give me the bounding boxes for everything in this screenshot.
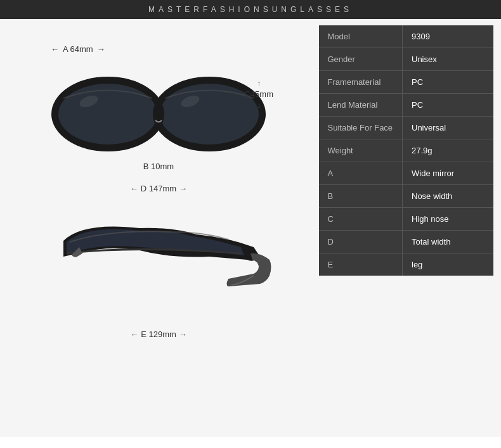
spec-value: 9309 (403, 25, 493, 48)
spec-label: D (319, 231, 403, 253)
spec-value: High nose (403, 208, 493, 231)
spec-label: Framematerial (319, 71, 403, 94)
spec-value: Total width (403, 231, 493, 253)
spec-row: Framematerial PC (319, 71, 493, 94)
spec-label: Suitable For Face (319, 117, 403, 139)
spec-value: Unisex (403, 48, 493, 71)
dimension-e-label: ← E 129mm → (130, 330, 187, 339)
spec-label: C (319, 208, 403, 231)
dimension-b-label: B 10mm (143, 162, 174, 171)
spec-row: E leg (319, 253, 493, 276)
spec-value: 27.9g (403, 139, 493, 162)
spec-label: B (319, 185, 403, 208)
spec-value: PC (403, 71, 493, 94)
spec-value: Universal (403, 117, 493, 139)
spec-label: A (319, 162, 403, 185)
left-panel: ← A 64mm → (0, 19, 311, 437)
dimension-d-label: ← D 147mm → (130, 184, 187, 193)
right-panel: Model 9309 Gender Unisex Framematerial P… (311, 19, 501, 437)
spec-value: Nose width (403, 185, 493, 208)
glasses-side-view (44, 203, 273, 304)
spec-value: Wide mirror (403, 162, 493, 185)
spec-label: Weight (319, 139, 403, 162)
glasses-front-view (44, 63, 273, 165)
dimension-c-label: ↑ C45mm ↓ (242, 79, 276, 109)
dim-c-text: C45mm (244, 89, 273, 99)
spec-row: Weight 27.9g (319, 139, 493, 162)
spec-value: PC (403, 94, 493, 117)
spec-label: E (319, 253, 403, 276)
dim-b-text: B 10mm (143, 162, 174, 171)
glasses-side-diagram: ← E 129mm → (38, 203, 279, 342)
spec-label: Lend Material (319, 94, 403, 117)
svg-point-1 (58, 84, 157, 144)
spec-label: Model (319, 25, 403, 48)
spec-table: Model 9309 Gender Unisex Framematerial P… (319, 25, 493, 276)
spec-value: leg (403, 253, 493, 276)
spec-row: Model 9309 (319, 25, 493, 48)
spec-row: C High nose (319, 208, 493, 231)
spec-row: Suitable For Face Universal (319, 117, 493, 139)
spec-row: D Total width (319, 231, 493, 253)
glasses-top-diagram: ← A 64mm → (38, 44, 279, 196)
spec-row: B Nose width (319, 185, 493, 208)
dimension-a-label: ← A 64mm → (51, 44, 105, 54)
spec-row: Gender Unisex (319, 48, 493, 71)
spec-row: A Wide mirror (319, 162, 493, 185)
spec-label: Gender (319, 48, 403, 71)
header: MASTERFASHIONSUNGLASSES (0, 0, 501, 19)
dim-a-text: A 64mm (63, 44, 93, 54)
dim-d-text: D 147mm (141, 184, 176, 193)
header-title: MASTERFASHIONSUNGLASSES (148, 5, 353, 14)
spec-row: Lend Material PC (319, 94, 493, 117)
dim-e-text: E 129mm (141, 330, 176, 339)
